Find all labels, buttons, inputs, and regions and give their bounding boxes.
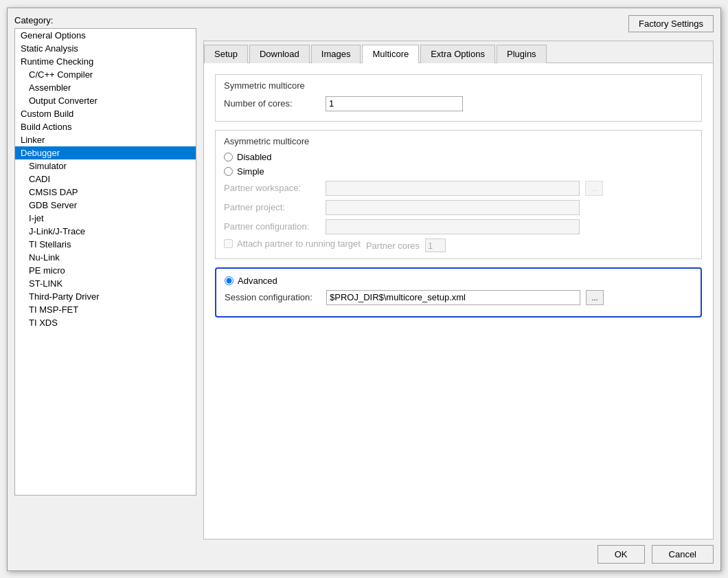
sidebar-item-st-link[interactable]: ST-LINK: [15, 277, 196, 290]
num-cores-input[interactable]: [326, 96, 463, 111]
session-config-row: Session configuration: ...: [225, 290, 692, 305]
session-config-browse-button[interactable]: ...: [586, 290, 604, 305]
tab-download[interactable]: Download: [249, 45, 310, 63]
sidebar-item-debugger[interactable]: Debugger: [15, 146, 196, 159]
sidebar-item-third-party-driver[interactable]: Third-Party Driver: [15, 290, 196, 303]
sidebar-item-general-options[interactable]: General Options: [15, 29, 196, 42]
partner-configuration-row: Partner configuration:: [224, 219, 693, 234]
sidebar-item-cadi[interactable]: CADI: [15, 173, 196, 186]
partner-configuration-input: [326, 219, 580, 234]
partner-configuration-label: Partner configuration:: [224, 221, 320, 232]
sidebar-item-j-link-j-trace[interactable]: J-Link/J-Trace: [15, 225, 196, 238]
sidebar-item-cmsis-dap[interactable]: CMSIS DAP: [15, 186, 196, 199]
attach-partner-checkbox[interactable]: [224, 239, 233, 248]
sidebar-item-gdb-server[interactable]: GDB Server: [15, 199, 196, 212]
attach-partner-row: Attach partner to running target Partner…: [224, 238, 693, 253]
tab-images[interactable]: Images: [311, 45, 361, 63]
symmetric-multicore-section: Symmetric multicore Number of cores:: [215, 74, 702, 122]
sidebar-item-runtime-checking[interactable]: Runtime Checking: [15, 55, 196, 68]
tab-content-multicore: Symmetric multicore Number of cores: Asy…: [204, 63, 713, 539]
sidebar-item-custom-build[interactable]: Custom Build: [15, 107, 196, 120]
partner-workspace-row: Partner workspace: ...: [224, 181, 693, 196]
disabled-radio-row: Disabled: [224, 152, 693, 162]
sidebar-item-ti-stellaris[interactable]: TI Stellaris: [15, 238, 196, 251]
sidebar-item-i-jet[interactable]: I-jet: [15, 212, 196, 225]
tab-multicore[interactable]: Multicore: [362, 45, 419, 63]
partner-cores-label: Partner cores: [366, 241, 420, 251]
simple-radio[interactable]: [224, 167, 233, 176]
category-label: Category:: [14, 15, 196, 25]
simple-radio-row: Simple: [224, 166, 693, 177]
sidebar-item-static-analysis[interactable]: Static Analysis: [15, 42, 196, 55]
sidebar-item-assembler[interactable]: Assembler: [15, 81, 196, 94]
advanced-radio-row: Advanced: [225, 276, 692, 286]
sidebar-item-ti-xds[interactable]: TI XDS: [15, 316, 196, 329]
sidebar-item-nu-link[interactable]: Nu-Link: [15, 251, 196, 264]
factory-settings-button[interactable]: Factory Settings: [628, 15, 714, 32]
simple-label[interactable]: Simple: [237, 166, 264, 177]
disabled-radio[interactable]: [224, 153, 233, 162]
category-list: General OptionsStatic AnalysisRuntime Ch…: [14, 28, 196, 496]
right-top: Factory Settings: [203, 15, 714, 32]
sidebar-item-output-converter[interactable]: Output Converter: [15, 94, 196, 107]
sidebar-item-build-actions[interactable]: Build Actions: [15, 120, 196, 133]
partner-workspace-label: Partner workspace:: [224, 183, 320, 193]
advanced-label[interactable]: Advanced: [238, 276, 277, 286]
symmetric-title: Symmetric multicore: [224, 80, 693, 91]
num-cores-row: Number of cores:: [224, 96, 693, 111]
asymmetric-title: Asymmetric multicore: [224, 136, 693, 146]
sidebar-item-simulator[interactable]: Simulator: [15, 159, 196, 173]
dialog-footer: OK Cancel: [14, 545, 714, 564]
tab-plugins[interactable]: Plugins: [497, 45, 547, 63]
partner-workspace-browse-button: ...: [585, 181, 603, 196]
advanced-section: Advanced Session configuration: ...: [215, 267, 702, 318]
tab-extra-options[interactable]: Extra Options: [420, 45, 495, 63]
main-dialog: Category: General OptionsStatic Analysis…: [7, 8, 721, 571]
sidebar-item-pe-micro[interactable]: PE micro: [15, 264, 196, 277]
attach-partner-label[interactable]: Attach partner to running target: [237, 238, 361, 249]
sidebar-item-linker[interactable]: Linker: [15, 133, 196, 146]
session-config-label: Session configuration:: [225, 292, 321, 302]
ok-button[interactable]: OK: [598, 545, 645, 564]
right-panel: Factory Settings SetupDownloadImagesMult…: [203, 15, 714, 540]
num-cores-label: Number of cores:: [224, 98, 320, 109]
disabled-label[interactable]: Disabled: [237, 152, 272, 162]
tab-setup[interactable]: Setup: [204, 45, 248, 63]
content-box: SetupDownloadImagesMulticoreExtra Option…: [203, 41, 714, 540]
sidebar-item-ti-msp-fet[interactable]: TI MSP-FET: [15, 303, 196, 316]
advanced-radio[interactable]: [225, 276, 234, 285]
cancel-button[interactable]: Cancel: [652, 545, 714, 564]
partner-project-row: Partner project:: [224, 200, 693, 215]
asymmetric-multicore-section: Asymmetric multicore Disabled Simple Par…: [215, 130, 702, 259]
session-config-input[interactable]: [326, 290, 580, 305]
attach-check-row: Attach partner to running target: [224, 238, 361, 249]
partner-project-input: [326, 200, 580, 215]
partner-workspace-input: [326, 181, 580, 196]
left-panel: Category: General OptionsStatic Analysis…: [14, 15, 196, 540]
partner-project-label: Partner project:: [224, 202, 320, 212]
tabs-bar: SetupDownloadImagesMulticoreExtra Option…: [204, 41, 713, 63]
sidebar-item-c-c-compiler[interactable]: C/C++ Compiler: [15, 68, 196, 81]
partner-cores-input: [425, 238, 446, 252]
